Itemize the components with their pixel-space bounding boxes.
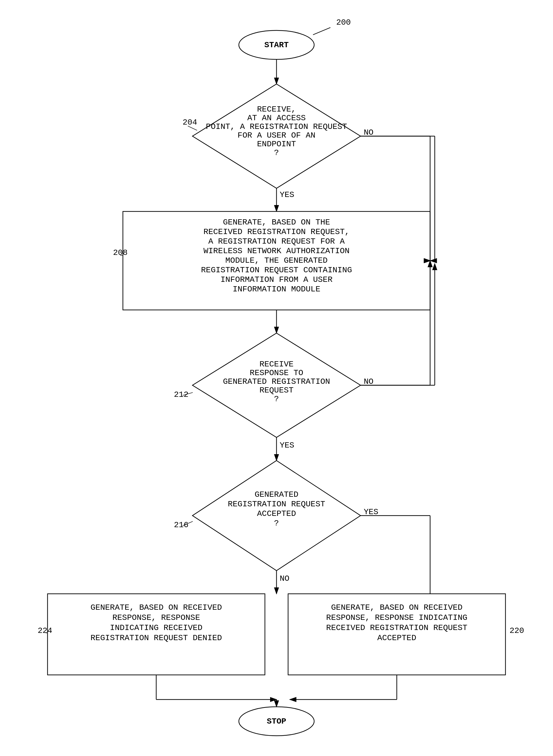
node-216-no: NO: [280, 574, 290, 583]
diamond-216-text-1: GENERATED: [254, 490, 298, 499]
flowchart-diagram: 200 START 204 RECEIVE, AT AN ACCESS POIN…: [0, 0, 553, 756]
label-208: 208: [113, 248, 128, 257]
box-208-text-8: INFORMATION MODULE: [233, 285, 320, 294]
node-204-no: NO: [364, 128, 374, 137]
diamond-212-text-2: RESPONSE TO: [250, 368, 304, 377]
node-212-no: NO: [364, 377, 374, 386]
label-204: 204: [182, 118, 197, 127]
stop-label: STOP: [267, 717, 286, 726]
box-224-text-2: RESPONSE, RESPONSE: [112, 613, 200, 622]
box-220-text-3: RECEIVED REGISTRATION REQUEST: [326, 623, 467, 632]
box-220-text-2: RESPONSE, RESPONSE INDICATING: [326, 613, 467, 622]
diamond-212-text-4: REQUEST: [259, 386, 294, 395]
box-224-text-1: GENERATE, BASED ON RECEIVED: [90, 603, 222, 612]
box-208-text-4: WIRELESS NETWORK AUTHORIZATION: [204, 247, 349, 256]
diamond-216-text-2: REGISTRATION REQUEST: [228, 500, 325, 509]
box-208-text-2: RECEIVED REGISTRATION REQUEST,: [204, 227, 349, 237]
label-216: 216: [174, 521, 188, 530]
start-label: START: [264, 40, 289, 50]
box-220-text-4: ACCEPTED: [377, 634, 416, 643]
label-212: 212: [174, 390, 188, 399]
node-216-yes: YES: [364, 507, 378, 516]
node-204-text-1: RECEIVE,: [257, 105, 296, 114]
box-224-text-3: INDICATING RECEIVED: [110, 623, 202, 632]
diagram-title: 200: [336, 18, 351, 27]
box-208-text-7: INFORMATION FROM A USER: [221, 275, 333, 284]
diamond-212-text-3: GENERATED REGISTRATION: [223, 377, 330, 386]
label-224: 224: [38, 626, 52, 635]
node-204-text-3: POINT, A REGISTRATION REQUEST: [206, 122, 347, 131]
label-220: 220: [509, 626, 524, 635]
node-204-yes: YES: [280, 190, 294, 199]
svg-line-1: [313, 27, 330, 35]
node-212-yes: YES: [280, 441, 294, 450]
diamond-216-text-4: ?: [274, 519, 279, 528]
box-208-text-6: REGISTRATION REQUEST CONTAINING: [201, 266, 352, 275]
node-204-text-4: FOR A USER OF AN: [238, 131, 316, 140]
box-220-text-1: GENERATE, BASED ON RECEIVED: [331, 603, 463, 612]
node-204-text-5: ENDPOINT: [257, 139, 296, 149]
node-204-text-2: AT AN ACCESS: [247, 113, 306, 122]
box-224-text-4: REGISTRATION REQUEST DENIED: [90, 634, 222, 643]
box-208-text-1: GENERATE, BASED ON THE: [223, 218, 330, 227]
diamond-212-text-1: RECEIVE: [259, 360, 294, 369]
node-204-text-6: ?: [274, 148, 279, 157]
box-208-text-5: MODULE, THE GENERATED: [226, 256, 328, 265]
diamond-216-text-3: ACCEPTED: [257, 509, 296, 518]
diamond-212-text-5: ?: [274, 394, 279, 403]
box-208-text-3: A REGISTRATION REQUEST FOR A: [209, 237, 345, 246]
